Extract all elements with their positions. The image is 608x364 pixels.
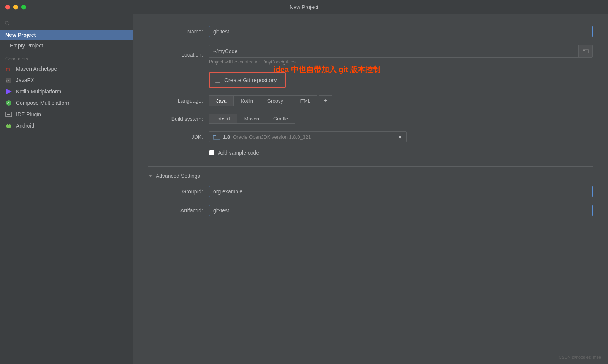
build-intellij-btn[interactable]: IntelliJ [209, 114, 237, 124]
group-id-label: GroupId: [148, 188, 209, 195]
sidebar-item-label: Android [16, 123, 34, 129]
sidebar-item-empty-project[interactable]: Empty Project [0, 40, 133, 51]
javafx-icon: FX [5, 77, 12, 84]
lang-groovy-btn[interactable]: Groovy [260, 95, 290, 106]
traffic-lights [5, 5, 26, 9]
search-icon [5, 21, 10, 26]
artifact-id-field-wrap [209, 205, 593, 216]
lang-html-btn[interactable]: HTML [290, 95, 317, 106]
sidebar-item-compose[interactable]: C Compose Multiplatform [0, 97, 133, 109]
language-btns: Java Kotlin Groovy HTML + [209, 95, 593, 106]
sidebar-item-label: New Project [5, 32, 36, 38]
svg-text:FX: FX [6, 79, 10, 82]
browse-button[interactable] [578, 45, 592, 57]
title-bar: New Project [0, 0, 608, 14]
sample-code-label: Add sample code [218, 150, 259, 156]
svg-text:C: C [7, 101, 10, 105]
android-icon [5, 122, 12, 129]
create-git-label: Create Git repository [224, 77, 277, 83]
advanced-settings-label: Advanced Settings [156, 173, 200, 179]
sidebar-item-label: Maven Archetype [16, 66, 57, 72]
sidebar: New Project Empty Project Generators m M… [0, 14, 133, 364]
annotation-text: idea 中也自带加入 git 版本控制 [274, 65, 380, 74]
lang-add-btn[interactable]: + [319, 95, 332, 106]
build-system-btns: IntelliJ Maven Gradle [209, 114, 593, 124]
sidebar-item-javafx[interactable]: FX JavaFX [0, 74, 133, 86]
location-label: Location: [148, 52, 209, 58]
svg-rect-10 [6, 125, 11, 128]
name-label: Name: [148, 28, 209, 35]
jdk-select[interactable]: 1.8 Oracle OpenJDK version 1.8.0_321 ▼ [209, 131, 407, 142]
group-id-input[interactable] [209, 186, 593, 197]
artifact-id-input[interactable] [209, 205, 593, 216]
location-input[interactable] [209, 46, 578, 57]
svg-rect-16 [583, 50, 585, 51]
sidebar-item-maven-archetype[interactable]: m Maven Archetype [0, 63, 133, 74]
watermark: CSDN @noodles_mee [559, 355, 601, 359]
build-system-row: Build system: IntelliJ Maven Gradle [148, 114, 593, 124]
jdk-folder-icon [213, 134, 220, 140]
jdk-row: JDK: 1.8 Oracle OpenJDK version 1.8.0_32… [148, 131, 593, 142]
sidebar-item-android[interactable]: Android [0, 120, 133, 131]
chevron-down-icon: ▼ [148, 173, 153, 179]
lang-kotlin-btn[interactable]: Kotlin [233, 95, 260, 106]
sidebar-item-label: Kotlin Multiplatform [16, 89, 61, 95]
artifact-id-label: ArtifactId: [148, 207, 209, 214]
advanced-section: ▼ Advanced Settings GroupId: ArtifactId: [148, 166, 593, 216]
svg-rect-9 [7, 114, 10, 115]
generators-section-label: Generators [0, 51, 133, 63]
name-field-wrap [209, 26, 593, 37]
window-title: New Project [290, 4, 318, 10]
language-label: Language: [148, 98, 209, 104]
svg-marker-5 [6, 89, 12, 95]
jdk-label: JDK: [148, 134, 209, 140]
maven-icon: m [5, 65, 12, 72]
ide-plugin-icon [5, 111, 12, 118]
group-id-field-wrap [209, 186, 593, 197]
sidebar-item-label: JavaFX [16, 77, 34, 83]
artifact-id-row: ArtifactId: [148, 205, 593, 216]
sidebar-item-new-project[interactable]: New Project [0, 30, 133, 40]
jdk-select-wrap: 1.8 Oracle OpenJDK version 1.8.0_321 ▼ [209, 131, 593, 142]
build-maven-btn[interactable]: Maven [237, 114, 266, 124]
search-bar[interactable] [0, 18, 133, 30]
jdk-desc: Oracle OpenJDK version 1.8.0_321 [233, 134, 311, 140]
git-repo-row: Create Git repository idea 中也自带加入 git 版本… [148, 72, 593, 88]
kotlin-icon [5, 88, 12, 95]
chevron-down-icon: ▼ [397, 134, 402, 140]
svg-rect-18 [213, 135, 216, 136]
maximize-button[interactable] [21, 5, 26, 9]
compose-icon: C [5, 100, 12, 106]
location-field-wrap: Project will be created in: ~/myCode/git… [209, 45, 593, 65]
advanced-settings-header[interactable]: ▼ Advanced Settings [148, 173, 593, 179]
path-hint: Project will be created in: ~/myCode/git… [209, 59, 593, 65]
checkbox-square [215, 78, 220, 83]
name-input[interactable] [209, 26, 593, 37]
sample-code-row: Add sample code [148, 150, 593, 156]
language-row: Language: Java Kotlin Groovy HTML + [148, 95, 593, 106]
close-button[interactable] [5, 5, 10, 9]
svg-line-1 [8, 24, 10, 25]
svg-text:m: m [6, 66, 10, 72]
create-git-repo-checkbox[interactable]: Create Git repository [209, 72, 286, 88]
minimize-button[interactable] [13, 5, 18, 9]
build-gradle-btn[interactable]: Gradle [266, 114, 295, 124]
content-area: Name: Location: Project will be c [133, 14, 608, 364]
location-row: Location: Project will be created in: ~/… [148, 45, 593, 65]
sidebar-item-label: Compose Multiplatform [16, 100, 71, 106]
jdk-version: 1.8 [223, 134, 230, 140]
sidebar-item-kotlin[interactable]: Kotlin Multiplatform [0, 86, 133, 97]
svg-point-0 [5, 21, 8, 24]
group-id-row: GroupId: [148, 186, 593, 197]
sidebar-item-label: IDE Plugin [16, 111, 41, 117]
sidebar-item-label: Empty Project [10, 43, 43, 49]
build-system-label: Build system: [148, 116, 209, 122]
sidebar-item-ide-plugin[interactable]: IDE Plugin [0, 109, 133, 120]
lang-java-btn[interactable]: Java [209, 95, 233, 106]
name-row: Name: [148, 26, 593, 37]
sample-code-checkbox[interactable] [209, 150, 214, 155]
